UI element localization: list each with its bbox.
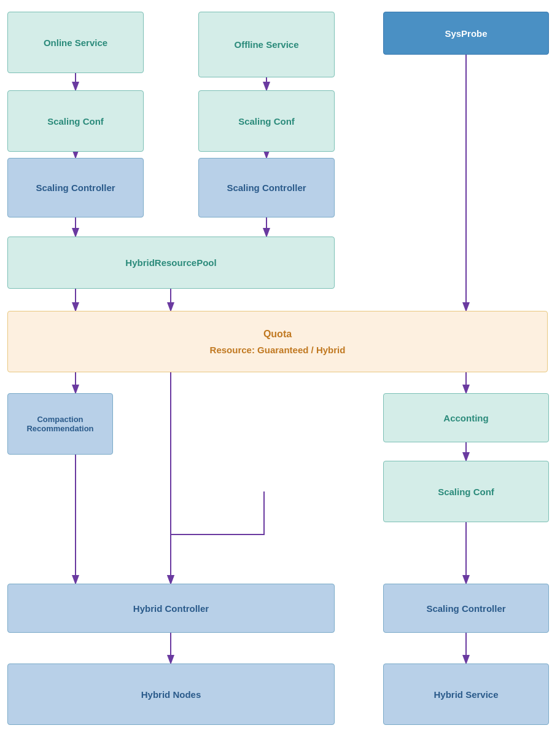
scaling-controller-1-box: Scaling Controller [7,158,144,217]
hybrid-controller-label: Hybrid Controller [133,603,209,614]
hybrid-resource-pool-label: HybridResourcePool [125,257,216,268]
hybrid-nodes-label: Hybrid Nodes [141,689,201,700]
quota-label: Quota [263,329,292,340]
diagram: Online Service Offline Service SysProbe … [0,0,560,736]
hybrid-nodes-box: Hybrid Nodes [7,664,335,725]
scaling-controller-1-label: Scaling Controller [36,182,115,193]
online-service-label: Online Service [44,37,107,48]
scaling-conf-3-box: Scaling Conf [383,461,549,522]
acconting-box: Acconting [383,393,549,442]
scaling-controller-2-box: Scaling Controller [198,158,335,217]
quota-box: Quota Resource: Guaranteed / Hybrid [7,311,548,372]
acconting-label: Acconting [443,413,488,423]
scaling-controller-3-box: Scaling Controller [383,584,549,633]
quota-sublabel: Resource: Guaranteed / Hybrid [210,345,346,355]
scaling-conf-1-label: Scaling Conf [47,116,104,127]
online-service-box: Online Service [7,12,144,73]
hybrid-service-label: Hybrid Service [434,689,498,700]
offline-service-box: Offline Service [198,12,335,77]
scaling-conf-1-box: Scaling Conf [7,90,144,152]
hybrid-service-box: Hybrid Service [383,664,549,725]
offline-service-label: Offline Service [234,39,298,50]
hybrid-controller-box: Hybrid Controller [7,584,335,633]
sysprobe-label: SysProbe [445,28,487,39]
scaling-conf-2-box: Scaling Conf [198,90,335,152]
scaling-controller-2-label: Scaling Controller [227,182,306,193]
hybrid-resource-pool-box: HybridResourcePool [7,237,335,289]
scaling-conf-2-label: Scaling Conf [238,116,295,127]
scaling-conf-3-label: Scaling Conf [438,487,494,497]
compaction-box: Compaction Recommendation [7,393,113,455]
scaling-controller-3-label: Scaling Controller [426,603,505,614]
compaction-label: Compaction Recommendation [26,415,93,433]
sysprobe-box: SysProbe [383,12,549,55]
